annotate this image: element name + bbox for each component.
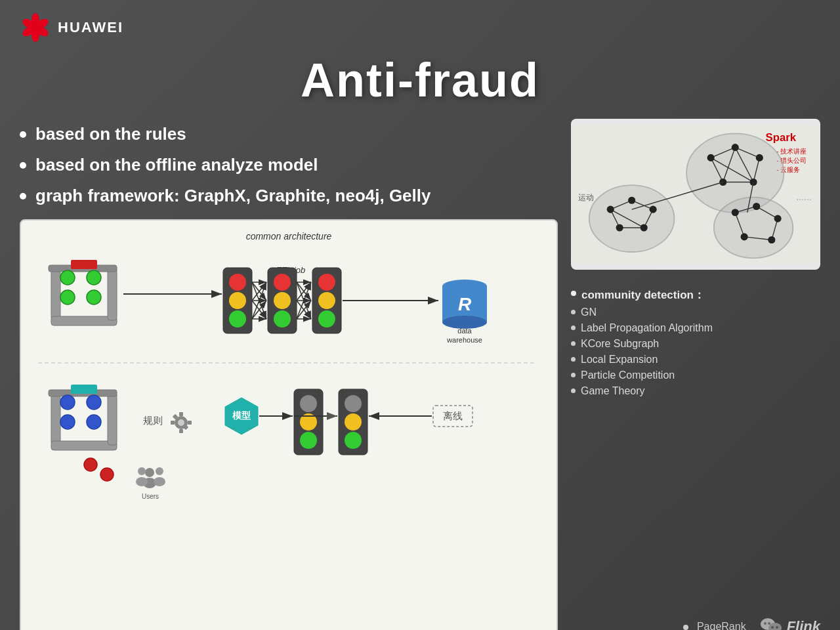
svg-text:warehouse: warehouse — [446, 336, 482, 344]
svg-point-80 — [300, 395, 317, 412]
svg-point-93 — [145, 468, 154, 477]
header: HUAWEI — [0, 0, 840, 50]
svg-point-118 — [707, 154, 715, 161]
svg-rect-72 — [171, 421, 175, 425]
right-bullets: community detection： GN Label Propagatio… — [571, 276, 820, 603]
bottom-logos: PageRank Flink — [571, 610, 820, 630]
svg-text:- 技术讲座: - 技术讲座 — [776, 148, 807, 155]
svg-point-26 — [274, 292, 291, 309]
svg-rect-59 — [51, 441, 117, 450]
huawei-logo: HUAWEI — [20, 12, 123, 43]
svg-point-134 — [616, 224, 623, 231]
svg-point-40 — [318, 310, 335, 327]
list-item: graph framework: GraphX, Graphite, neo4j… — [20, 180, 558, 211]
svg-point-148 — [764, 622, 766, 625]
pagerank-label: PageRank — [683, 621, 746, 630]
particle-competition-item: Particle Competition — [571, 368, 820, 383]
bullet-icon — [571, 388, 576, 393]
svg-point-6 — [33, 25, 38, 30]
svg-point-143 — [774, 215, 782, 222]
svg-point-97 — [138, 467, 146, 475]
svg-rect-9 — [51, 268, 60, 320]
svg-text:运动: 运动 — [578, 193, 594, 202]
bullet-icon — [571, 357, 576, 362]
svg-text:模型: 模型 — [232, 410, 251, 421]
svg-point-86 — [345, 413, 362, 430]
slide: HUAWEI Anti-fraud based on the rules bas… — [0, 0, 840, 630]
bullet-list: based on the rules based on the offline … — [20, 119, 558, 219]
svg-text:Users: Users — [142, 493, 159, 500]
bullet-icon — [571, 341, 576, 346]
list-item: based on the offline analyze model — [20, 150, 558, 180]
svg-point-27 — [274, 310, 291, 327]
svg-rect-58 — [51, 392, 60, 445]
svg-point-82 — [300, 432, 317, 449]
bullet-icon — [20, 131, 26, 138]
svg-point-23 — [229, 310, 246, 327]
svg-point-64 — [60, 415, 75, 429]
svg-point-38 — [318, 274, 335, 291]
bullet-icon — [571, 326, 576, 330]
graph-svg: Spark - 技术讲座 - 猎头公司 - 云服务 运动 …… — [571, 119, 820, 270]
svg-point-108 — [589, 185, 675, 252]
svg-point-69 — [178, 419, 184, 426]
svg-point-95 — [156, 467, 163, 475]
right-column: Spark - 技术讲座 - 猎头公司 - 云服务 运动 …… — [571, 119, 820, 630]
svg-point-22 — [229, 292, 246, 309]
left-column: based on the rules based on the offline … — [20, 119, 558, 630]
svg-point-120 — [756, 154, 763, 161]
game-theory-item: Game Theory — [571, 383, 820, 399]
svg-rect-70 — [179, 412, 183, 416]
svg-point-151 — [776, 626, 778, 629]
svg-point-122 — [749, 178, 757, 186]
svg-point-15 — [60, 290, 75, 304]
svg-rect-11 — [108, 268, 117, 320]
svg-point-132 — [628, 197, 635, 204]
svg-point-92 — [100, 468, 114, 481]
lpa-item: Label Propagation Algorithm — [571, 320, 820, 336]
svg-text:Spark: Spark — [766, 131, 797, 144]
page-title: Anti-fraud — [0, 53, 840, 107]
svg-point-16 — [87, 290, 101, 304]
local-expansion-item: Local Expansion — [571, 352, 820, 368]
svg-text:R: R — [458, 294, 472, 314]
svg-point-135 — [640, 224, 648, 231]
bullet-icon — [20, 162, 26, 169]
svg-point-141 — [732, 209, 739, 216]
wechat-icon: Flink — [759, 615, 820, 630]
svg-point-87 — [345, 432, 362, 449]
company-name: HUAWEI — [58, 19, 123, 36]
bullet-icon — [20, 193, 26, 200]
title-section: Anti-fraud — [0, 50, 840, 119]
flink-label: Flink — [787, 618, 820, 630]
graph-visualization: Spark - 技术讲座 - 猎头公司 - 云服务 运动 …… — [571, 119, 820, 270]
svg-point-145 — [768, 236, 775, 243]
svg-point-131 — [607, 206, 614, 213]
svg-point-149 — [768, 622, 770, 625]
svg-text:离线: 离线 — [443, 410, 463, 421]
bullet-icon — [571, 291, 576, 296]
list-item: based on the rules — [20, 119, 558, 150]
svg-rect-10 — [51, 316, 117, 326]
svg-text:规则: 规则 — [143, 415, 163, 426]
svg-point-150 — [771, 626, 774, 629]
svg-point-39 — [318, 292, 335, 309]
svg-point-65 — [87, 415, 101, 429]
svg-point-133 — [650, 206, 657, 213]
svg-rect-17 — [71, 260, 97, 269]
svg-point-98 — [136, 477, 148, 486]
svg-point-119 — [732, 144, 739, 151]
bullet-icon — [571, 310, 576, 314]
svg-text:data: data — [457, 327, 472, 335]
svg-point-91 — [84, 458, 97, 471]
community-detection-item: community detection： — [571, 285, 820, 304]
kcore-item: KCore Subgraph — [571, 336, 820, 352]
svg-point-14 — [87, 270, 101, 285]
svg-rect-71 — [179, 429, 183, 433]
svg-text:……: …… — [796, 193, 812, 202]
bullet-icon — [571, 373, 576, 377]
svg-point-144 — [741, 233, 748, 240]
gn-item: GN — [571, 304, 820, 320]
content-area: based on the rules based on the offline … — [0, 119, 840, 630]
svg-rect-66 — [71, 385, 97, 394]
